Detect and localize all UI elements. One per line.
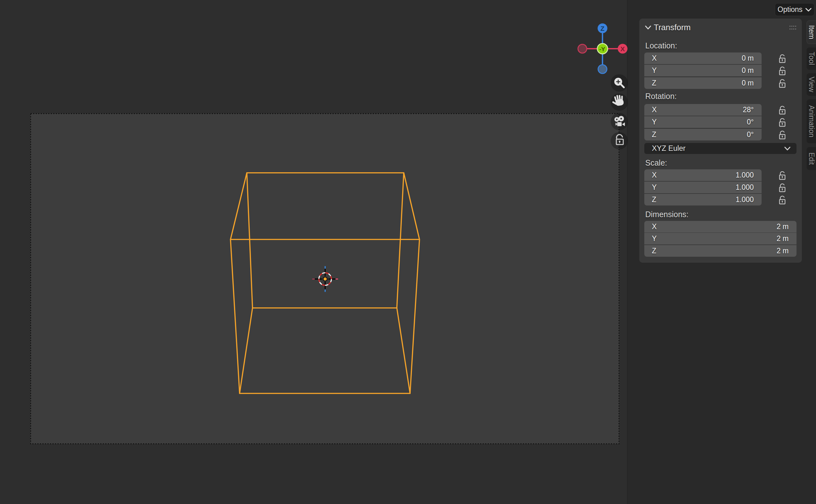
- svg-text:X: X: [621, 45, 625, 52]
- svg-text:Z: Z: [600, 25, 605, 32]
- svg-text:-Y: -Y: [599, 46, 605, 52]
